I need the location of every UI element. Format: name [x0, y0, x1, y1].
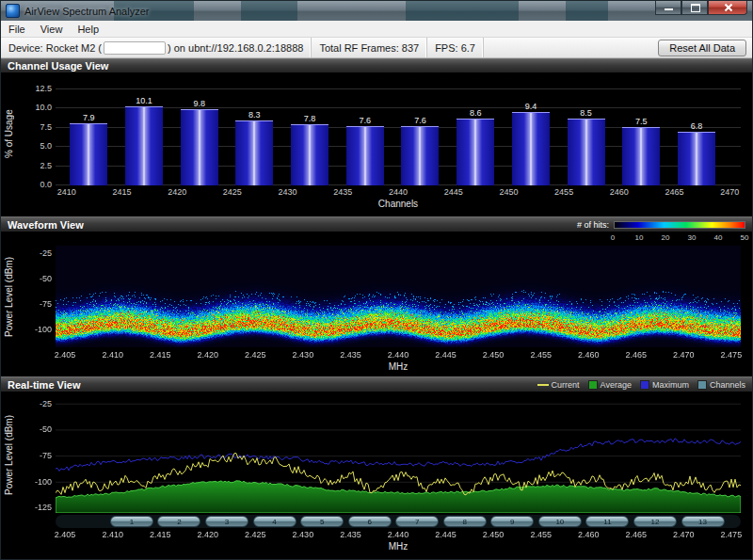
device-status: Device: Rocket M2 ( ) on ubnt://192.168.… — [1, 38, 312, 57]
channel-usage-chart: % of Usage Channels 0.02.55.07.510.012.5… — [1, 73, 752, 216]
reset-all-data-button[interactable]: Reset All Data — [658, 40, 746, 56]
realtime-x-tick-label: 2.430 — [287, 530, 319, 539]
usage-bar-value: 10.1 — [125, 96, 163, 105]
rf-frames-status: Total RF Frames: 837 — [312, 38, 427, 57]
usage-bar — [568, 119, 605, 185]
maximize-icon — [691, 4, 700, 12]
realtime-y-tick-label: -75 — [24, 451, 52, 460]
channel-pill: 7 — [395, 516, 439, 527]
waveform-title: Waveform View — [8, 219, 84, 231]
legend-swatch-current — [537, 384, 549, 386]
usage-bar-value: 6.8 — [678, 121, 715, 131]
usage-bar — [181, 109, 218, 185]
usage-bar — [346, 126, 384, 185]
hits-tick-label: 0 — [611, 233, 615, 242]
hits-tick-label: 10 — [635, 233, 644, 242]
realtime-legend: CurrentAverageMaximumChannels — [537, 380, 745, 390]
usage-bar — [291, 124, 328, 185]
realtime-x-tick-label: 2.475 — [715, 530, 747, 539]
usage-bar — [401, 126, 439, 185]
hits-tick-label: 20 — [662, 233, 670, 242]
realtime-x-tick-label: 2.470 — [667, 530, 699, 539]
usage-bar-value: 8.6 — [457, 108, 494, 118]
device-name-redacted — [104, 41, 166, 55]
legend-label: Maximum — [652, 380, 689, 390]
legend-swatch-average — [588, 380, 598, 390]
channel-pill: 2 — [157, 516, 200, 527]
waveform-x-tick-label: 2.465 — [620, 350, 652, 360]
channel-pill: 13 — [681, 516, 725, 527]
device-address: ) on ubnt://192.168.0.2:18888 — [168, 42, 303, 54]
waveform-x-tick-label: 2.455 — [525, 350, 557, 360]
close-button[interactable] — [708, 1, 747, 15]
usage-x-tick-label: 2450 — [492, 187, 524, 197]
waveform-y-tick-label: -100 — [24, 325, 52, 334]
waveform-x-tick-label: 2.470 — [667, 350, 699, 360]
waveform-x-tick-label: 2.440 — [382, 350, 414, 360]
realtime-y-tick-label: -25 — [24, 399, 52, 408]
maximize-button[interactable] — [681, 1, 708, 15]
realtime-header: Real-time View CurrentAverageMaximumChan… — [1, 376, 752, 392]
legend-label: Channels — [710, 380, 745, 390]
realtime-x-tick-label: 2.445 — [430, 530, 462, 539]
waveform-y-tick-label: -50 — [24, 274, 52, 283]
usage-bar-value: 8.3 — [235, 110, 273, 120]
realtime-x-tick-label: 2.405 — [49, 530, 81, 539]
titlebar[interactable]: AirView Spectrum Analyzer — [1, 1, 752, 21]
titlebar-glass-artifact — [566, 1, 608, 21]
usage-y-tick-label: 5.0 — [24, 141, 52, 151]
usage-bar — [457, 119, 494, 185]
waveform-x-tick-label: 2.425 — [239, 350, 271, 360]
main-content: Channel Usage View % of Usage Channels 0… — [1, 58, 752, 560]
realtime-y-tick-label: -100 — [24, 477, 52, 487]
usage-x-tick-label: 2435 — [327, 187, 359, 197]
titlebar-glass-artifact — [241, 1, 297, 21]
usage-y-tick-label: 7.5 — [24, 122, 52, 132]
channel-pill: 12 — [633, 516, 677, 527]
usage-bar — [678, 132, 715, 185]
hits-legend-label: # of hits: — [577, 220, 614, 230]
channel-pill: 5 — [300, 516, 344, 527]
channel-pill: 3 — [205, 516, 248, 527]
usage-bar-value: 7.6 — [346, 116, 384, 125]
waveform-header: Waveform View # of hits: — [1, 216, 752, 232]
legend-item-average: Average — [588, 380, 632, 390]
usage-bar — [512, 112, 550, 185]
hits-tick-label: 40 — [714, 233, 723, 242]
hits-tick-label: 30 — [688, 233, 697, 242]
waveform-x-tick-label: 2.450 — [477, 350, 509, 360]
realtime-x-tick-label: 2.440 — [382, 530, 414, 539]
usage-x-tick-label: 2460 — [603, 187, 635, 197]
realtime-x-tick-label: 2.465 — [620, 530, 652, 539]
channel-pill: 11 — [585, 516, 629, 527]
legend-swatch-maximum — [640, 380, 649, 390]
channel-pill: 4 — [253, 516, 296, 527]
usage-bar-value: 9.4 — [512, 102, 550, 111]
minimize-icon — [665, 8, 673, 10]
realtime-x-axis-label: MHz — [56, 541, 741, 552]
usage-x-tick-label: 2410 — [51, 187, 83, 197]
channel-pill: 8 — [443, 516, 487, 527]
legend-item-current: Current — [537, 380, 580, 390]
usage-bar — [70, 123, 107, 185]
realtime-x-tick-label: 2.420 — [192, 530, 224, 539]
waveform-y-tick-label: -75 — [24, 299, 52, 309]
channel-pill: 6 — [348, 516, 392, 527]
realtime-chart: Power Level (dBm) MHz -25-50-75-100-1252… — [1, 392, 752, 560]
realtime-x-tick-label: 2.425 — [239, 530, 271, 539]
usage-y-axis-label: % of Usage — [4, 83, 14, 184]
usage-x-tick-label: 2445 — [438, 187, 470, 197]
usage-y-tick-label: 2.5 — [24, 161, 52, 170]
menu-item-help[interactable]: Help — [70, 22, 106, 37]
channel-pill: 9 — [490, 516, 534, 527]
usage-x-tick-label: 2430 — [272, 187, 304, 197]
toolbar: Device: Rocket M2 ( ) on ubnt://192.168.… — [1, 38, 752, 58]
realtime-plot — [56, 396, 741, 513]
minimize-button[interactable] — [655, 1, 681, 15]
menu-item-view[interactable]: View — [33, 22, 71, 37]
usage-x-axis-label: Channels — [56, 199, 741, 209]
waveform-x-tick-label: 2.445 — [430, 350, 462, 360]
realtime-x-tick-label: 2.455 — [525, 530, 557, 539]
menu-item-file[interactable]: File — [1, 22, 33, 37]
usage-y-tick-label: 10.0 — [24, 103, 52, 112]
